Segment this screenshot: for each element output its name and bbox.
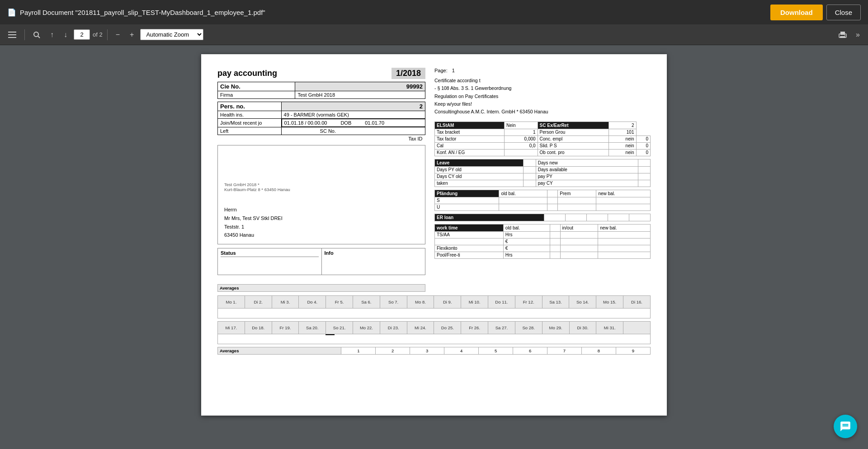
page-label: Page:: [434, 68, 448, 73]
pay-cy-label: pay CY: [536, 180, 638, 187]
right-column: Page: 1 Certificate according t - § 108 …: [434, 68, 651, 292]
calendar-cell: Fr 19.: [272, 322, 299, 334]
calendar-cell: So 14.: [569, 296, 596, 309]
svg-line-4: [38, 36, 40, 38]
hrs-label: Hrs: [503, 231, 550, 238]
taken-row: taken pay CY: [435, 180, 651, 187]
address-line3: Teststr. 1: [224, 223, 419, 231]
doc-title: pay accounting: [217, 69, 277, 78]
topbar-left: 📄 Payroll Document "201811_payroll_slip_…: [7, 8, 265, 17]
topbar: 📄 Payroll Document "201811_payroll_slip_…: [0, 0, 868, 24]
search-button[interactable]: [29, 29, 44, 40]
leave-header: Leave: [435, 159, 524, 166]
print-button[interactable]: [835, 29, 850, 41]
hrs2-label: Hrs: [503, 252, 550, 258]
averages-col: 9: [616, 347, 650, 355]
taken-label: taken: [435, 180, 524, 187]
er-loan-table: ER loan: [434, 214, 651, 221]
status-box: Status: [217, 248, 322, 275]
two-col-layout: pay accounting 1/2018 Cie No. 99992 Firm…: [217, 68, 651, 292]
conc-empl-num: 0: [636, 136, 651, 142]
calendar-cell: So 21.: [326, 322, 353, 334]
averages-label: Averages: [218, 285, 425, 292]
calendar-cell: Fr 5.: [326, 296, 353, 309]
calendar-cell: Di 16.: [623, 296, 651, 309]
slid-ps-val: nein: [609, 142, 636, 149]
elstam-header: ELStAM: [435, 122, 505, 129]
download-button[interactable]: Download: [770, 5, 823, 20]
zoom-in-button[interactable]: +: [126, 29, 137, 41]
cert-line2: - § 108 Abs. 3 S. 1 Gewerbeordnung: [434, 84, 651, 92]
averages-col: 3: [410, 347, 444, 355]
more-button[interactable]: »: [852, 29, 863, 41]
firma-value: Test GmbH 2018: [295, 91, 425, 99]
calendar-cell: Do 4.: [299, 296, 326, 309]
pool-row: Pool/Free-ti Hrs: [435, 252, 651, 258]
averages-label: Averages: [218, 347, 341, 355]
page-input[interactable]: 2: [74, 29, 90, 40]
cie-table: Cie No. 99992 Firma Test GmbH 2018: [217, 82, 425, 99]
calendar-cell: Mo 15.: [596, 296, 623, 309]
health-ins-label: Health ins.: [218, 111, 282, 119]
calendar-row1-data: [218, 309, 651, 318]
conc-empl-val: nein: [609, 136, 636, 142]
new-bal-label: new bal.: [596, 190, 651, 197]
calendar-cell: Di 30.: [569, 322, 596, 334]
calendar-cell: Mi 3.: [272, 296, 299, 309]
averages-row: Averages: [218, 285, 425, 292]
calendar-cell: Mi 10.: [461, 296, 488, 309]
close-button[interactable]: Close: [826, 5, 861, 20]
calendar-cell: Do 11.: [488, 296, 515, 309]
address-to: Herrn Mr Mrs, Test SV Stkl DREI Teststr.…: [224, 206, 419, 239]
tax-factor-row: Tax factor 0,000 Conc. empl nein 0: [435, 136, 651, 142]
cal-label: Cal: [435, 142, 505, 149]
address-line2: Mr Mrs, Test SV Stkl DREI: [224, 214, 419, 223]
work-in-out: in/out: [560, 224, 598, 231]
chat-button[interactable]: [834, 415, 857, 438]
document-title: Payroll Document "201811_payroll_slip_TE…: [20, 9, 265, 16]
sc-ex-val: 2: [609, 122, 636, 129]
pfandung-table: Pfändung old bal. Prem new bal. S U: [434, 190, 651, 211]
days-py-old-row: Days PY old Days available: [435, 166, 651, 173]
person-grou-val: 101: [609, 129, 636, 136]
calendar-cell: Sa 13.: [542, 296, 569, 309]
zoom-select[interactable]: Automatic Zoom 50% 75% 100% 125%: [140, 29, 203, 40]
calendar-cell: Di 9.: [434, 296, 461, 309]
doc-header: pay accounting 1/2018: [217, 68, 425, 79]
elstam-val: Nein: [505, 122, 538, 129]
er-loan-header: ER loan: [435, 214, 544, 221]
calendar-cell: Do 18.: [245, 322, 272, 334]
main-content: pay accounting 1/2018 Cie No. 99992 Firm…: [0, 45, 868, 449]
separator: [24, 29, 25, 40]
join-value: 01.01.18 / 00.00.00 DOB 01.01.70: [282, 119, 425, 127]
sc-no-label: SC No.: [320, 128, 336, 134]
address-line4: 63450 Hanau: [224, 231, 419, 239]
calendar-cell: Sa 6.: [353, 296, 380, 309]
tax-bracket-val: 1: [505, 129, 538, 136]
info-label: Info: [325, 250, 423, 256]
calendar-row1: Mo 1.Di 2.Mi 3.Do 4.Fr 5.Sa 6.So 7.Mo 8.…: [218, 296, 651, 309]
toolbar-right: »: [835, 29, 863, 41]
avg-table: Averages 123456789: [217, 347, 651, 355]
svg-point-8: [844, 35, 845, 36]
toolbar: ↑ ↓ 2 of 2 − + Automatic Zoom 50% 75% 10…: [0, 24, 868, 45]
ts-aa-row: TS/AA Hrs: [435, 231, 651, 238]
left-column: pay accounting 1/2018 Cie No. 99992 Firm…: [217, 68, 425, 292]
prev-page-button[interactable]: ↑: [47, 29, 57, 41]
tax-factor-label: Tax factor: [435, 136, 505, 142]
work-new-bal: new bal.: [598, 224, 651, 231]
page-total: of 2: [93, 31, 103, 38]
next-page-button[interactable]: ↓: [60, 29, 71, 41]
tax-factor-val: 0,000: [505, 136, 538, 142]
days-avail-label: Days available: [536, 166, 638, 173]
pay-py-label: pay PY: [536, 173, 638, 180]
sidebar-toggle-button[interactable]: [5, 30, 20, 40]
calendar-cell: So 7.: [380, 296, 407, 309]
averages-col: 2: [376, 347, 410, 355]
calendar-cell: Mo 8.: [407, 296, 434, 309]
cal-row1-table: Mo 1.Di 2.Mi 3.Do 4.Fr 5.Sa 6.So 7.Mo 8.…: [217, 295, 651, 318]
er-loan-row: ER loan: [435, 214, 651, 221]
cie-no-label: Cie No.: [218, 82, 295, 91]
averages-table: Averages: [217, 284, 425, 292]
zoom-out-button[interactable]: −: [112, 29, 123, 41]
